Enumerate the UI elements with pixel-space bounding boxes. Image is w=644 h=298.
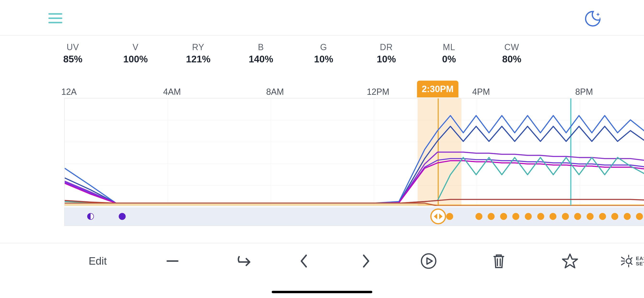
setpoint-dot[interactable] [587,213,594,220]
teal-marker-line[interactable] [570,98,572,206]
home-indicator [272,291,372,293]
setpoint-dot[interactable] [550,213,556,220]
svg-marker-3 [434,214,437,219]
setpoint-dot[interactable] [525,213,532,220]
toolbar: Edit EASYSETUP [0,243,644,279]
setpoint-dot[interactable] [537,213,544,220]
svg-marker-4 [439,214,442,219]
time-drag-handle[interactable] [430,209,446,224]
channel-name: CW [488,42,536,52]
svg-line-13 [630,263,632,264]
baseline-yellow [65,204,644,205]
channel-g[interactable]: G10% [300,42,348,65]
tick-label: 8PM [575,87,593,97]
tick-label: 8AM [266,87,284,97]
easy-label-1: EASY [636,256,644,261]
channel-name: G [300,42,348,52]
setpoint-dot[interactable] [612,213,618,220]
setpoint-dot-purple[interactable] [118,213,126,220]
setpoint-dot[interactable] [562,213,569,220]
channel-b[interactable]: B140% [237,42,285,65]
setpoint-dot[interactable] [512,213,520,220]
trash-button[interactable] [492,253,506,269]
minus-button[interactable] [165,253,180,269]
channel-ry[interactable]: RY121% [174,42,222,65]
hamburger-menu-icon[interactable] [48,11,63,26]
setpoint-dot[interactable] [475,213,482,220]
svg-line-12 [630,258,632,259]
channel-value: 140% [237,54,285,65]
channel-name: UV [49,42,97,52]
svg-line-14 [622,257,624,259]
schedule-chart[interactable] [64,98,644,206]
moon-setpoint-icon[interactable] [87,213,94,220]
tick-label: 12PM [367,87,389,97]
easy-setup-icon [621,254,632,268]
svg-marker-7 [427,258,432,264]
undo-button[interactable] [232,253,250,269]
channel-name: ML [425,42,473,52]
time-cursor-line[interactable] [438,98,439,206]
setpoint-strip[interactable] [64,207,644,226]
tick-label: 4AM [163,87,181,97]
setpoint-dot[interactable] [624,213,630,220]
cursor-shade [418,98,462,206]
channel-cw[interactable]: CW80% [488,42,536,65]
svg-marker-8 [562,254,578,268]
prev-button[interactable] [298,253,309,269]
channel-value: 85% [49,54,97,65]
tick-label: 4PM [472,87,490,97]
setpoint-dot[interactable] [488,213,495,220]
channel-readout-row: UV85%V100%RY121%B140%G10%DR10%ML0%CW80% [49,42,536,65]
setpoint-dot[interactable] [500,213,507,220]
channel-name: B [237,42,285,52]
time-axis-ticks: 12A4AM8AM12PM4PM8PM12A [58,87,644,98]
channel-name: V [112,42,160,52]
play-button[interactable] [420,253,437,269]
channel-value: 80% [488,54,536,65]
svg-line-16 [622,263,624,265]
svg-marker-0 [596,13,600,16]
channel-v[interactable]: V100% [112,42,160,65]
setpoint-dot[interactable] [574,213,581,220]
moon-mode-button[interactable] [584,10,601,27]
channel-value: 100% [112,54,160,65]
next-button[interactable] [361,253,371,269]
channel-name: DR [362,42,410,52]
time-cursor-badge: 2:30PM [417,81,458,97]
channel-ml[interactable]: ML0% [425,42,473,65]
channel-value: 10% [362,54,410,65]
star-button[interactable] [562,253,578,269]
easy-label-2: SETUP [636,261,644,266]
setpoint-dot[interactable] [599,213,606,220]
channel-name: RY [174,42,222,52]
channel-dr[interactable]: DR10% [362,42,410,65]
setpoint-dot[interactable] [446,213,453,220]
easy-setup-button[interactable]: EASYSETUP [621,254,644,268]
channel-value: 10% [300,54,348,65]
svg-point-6 [422,254,436,268]
tick-label: 12A [61,87,77,97]
edit-button[interactable]: Edit [89,255,107,267]
channel-value: 0% [425,54,473,65]
setpoint-dot[interactable] [636,213,643,220]
channel-value: 121% [174,54,222,65]
channel-uv[interactable]: UV85% [49,42,97,65]
